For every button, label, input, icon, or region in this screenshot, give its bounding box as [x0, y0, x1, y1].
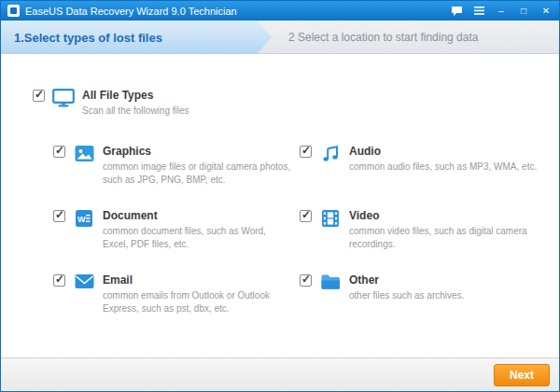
app-window: EaseUS Data Recovery Wizard 9.0 Technici…: [0, 0, 560, 392]
category-title: Other: [349, 273, 539, 287]
document-icon: W: [73, 209, 95, 228]
email-icon: [73, 273, 95, 289]
video-icon: [319, 209, 342, 228]
category-desc: common video files, such as digital came…: [349, 225, 539, 250]
category-email: Email common emails from Outlook or Outl…: [53, 273, 292, 338]
other-icon: [319, 273, 342, 290]
all-file-types-row: All File Types Scan all the following fi…: [33, 89, 189, 118]
all-file-types-title: All File Types: [82, 89, 189, 102]
app-logo-icon: [7, 5, 20, 17]
checkbox-other[interactable]: [300, 274, 312, 287]
titlebar: EaseUS Data Recovery Wizard 9.0 Technici…: [1, 1, 559, 21]
category-document: W Document common document files, such a…: [53, 209, 292, 273]
category-video: Video common video files, such as digita…: [300, 209, 539, 273]
maximize-icon[interactable]: □: [517, 5, 530, 18]
step-1-select-types: 1.Select types of lost files: [1, 21, 272, 54]
next-button[interactable]: Next: [494, 364, 550, 386]
window-title: EaseUS Data Recovery Wizard 9.0 Technici…: [25, 6, 237, 17]
step-2-label: 2 Select a location to start finding dat…: [288, 31, 478, 44]
step-1-label: 1.Select types of lost files: [14, 31, 162, 45]
checkbox-document[interactable]: [53, 210, 65, 222]
all-file-types-desc: Scan all the following files: [82, 105, 189, 118]
category-title: Audio: [349, 145, 539, 158]
checkbox-all-file-types[interactable]: [33, 90, 45, 102]
wizard-steps: 1.Select types of lost files 2 Select a …: [1, 21, 559, 54]
category-other: Other other files such as archives.: [300, 273, 539, 338]
category-desc: other files such as archives.: [349, 289, 539, 302]
category-desc: common audio files, such as MP3, WMA, et…: [349, 161, 539, 174]
checkbox-email[interactable]: [53, 274, 65, 287]
window-controls: – □ ✕: [450, 5, 553, 18]
category-desc: common image files or digital camera pho…: [103, 161, 292, 186]
category-graphics: Graphics common image files or digital c…: [53, 145, 292, 209]
category-title: Email: [103, 273, 292, 287]
category-desc: common document files, such as Word, Exc…: [103, 225, 292, 250]
svg-text:W: W: [77, 215, 86, 224]
chat-icon[interactable]: [450, 5, 463, 18]
checkbox-audio[interactable]: [300, 146, 312, 158]
category-title: Video: [349, 209, 539, 222]
category-desc: common emails from Outlook or Outlook Ex…: [103, 289, 292, 315]
graphics-icon: [73, 145, 95, 162]
monitor-icon: [52, 89, 75, 107]
audio-icon: [319, 145, 342, 163]
category-audio: Audio common audio files, such as MP3, W…: [300, 145, 539, 209]
category-title: Graphics: [103, 145, 292, 158]
step-2-select-location: 2 Select a location to start finding dat…: [288, 21, 478, 54]
category-column-left: Graphics common image files or digital c…: [53, 145, 292, 338]
checkbox-graphics[interactable]: [53, 146, 65, 158]
category-title: Document: [103, 209, 292, 222]
content-area: All File Types Scan all the following fi…: [1, 55, 559, 357]
category-column-right: Audio common audio files, such as MP3, W…: [300, 145, 539, 338]
close-icon[interactable]: ✕: [539, 5, 553, 18]
menu-icon[interactable]: [472, 5, 485, 18]
minimize-icon[interactable]: –: [495, 5, 508, 18]
checkbox-video[interactable]: [300, 210, 312, 222]
footer-bar: Next: [1, 357, 559, 391]
